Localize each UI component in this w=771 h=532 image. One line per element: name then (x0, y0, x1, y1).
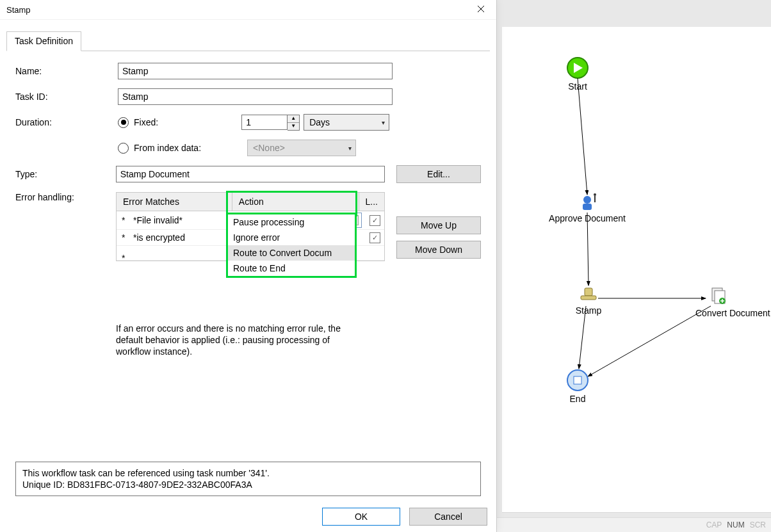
from-index-value: <None> (253, 143, 285, 153)
label-duration: Duration: (15, 117, 118, 127)
info-line-unique-id: Unique ID: BD831FBC-0713-4807-9DE2-332AB… (22, 479, 474, 490)
log-checkbox[interactable]: ✓ (369, 215, 380, 226)
dropdown-item[interactable]: Pause processing (228, 214, 355, 230)
ok-button[interactable]: OK (322, 508, 400, 526)
duration-unit-select[interactable]: Days ▾ (304, 114, 389, 131)
svg-rect-9 (581, 296, 596, 300)
svg-line-15 (588, 306, 711, 376)
status-num: NUM (727, 520, 744, 529)
radio-fixed-label: Fixed: (134, 117, 158, 127)
edit-button[interactable]: Edit... (396, 165, 481, 183)
from-index-select: <None> ▾ (247, 140, 356, 156)
close-icon (477, 5, 485, 13)
node-convert-label: Convert Document to PDF (695, 308, 771, 318)
error-match-cell[interactable]: *File invalid* (133, 215, 183, 225)
error-table[interactable]: Error Matches Action L... **File invalid… (116, 192, 385, 261)
close-button[interactable] (468, 0, 494, 18)
spinner-down-icon[interactable]: ▼ (288, 123, 299, 130)
task-id-input[interactable] (118, 88, 393, 105)
error-match-cell[interactable]: *is encrypted (133, 232, 185, 243)
status-scr: SCR (750, 520, 766, 529)
error-table-header: Error Matches Action L... (117, 193, 384, 211)
info-box: This workflow task can be referenced usi… (15, 462, 481, 496)
dropdown-item[interactable]: Route to End (228, 261, 355, 276)
duration-spinner[interactable]: ▲ ▼ (241, 115, 300, 131)
col-action[interactable]: Action (232, 193, 359, 211)
chevron-down-icon: ▾ (348, 145, 352, 152)
status-cap: CAP (706, 520, 722, 529)
info-line-task-number: This workflow task can be referenced usi… (22, 467, 474, 479)
node-stamp-label: Stamp (576, 305, 602, 316)
name-input[interactable] (118, 63, 393, 79)
tab-strip: Task Definition (6, 31, 490, 51)
cancel-button[interactable]: Cancel (409, 508, 487, 526)
tab-task-definition[interactable]: Task Definition (6, 31, 81, 51)
move-up-button[interactable]: Move Up (396, 216, 481, 234)
svg-rect-5 (594, 196, 596, 202)
label-type: Type: (15, 169, 116, 179)
col-l[interactable]: L... (359, 193, 384, 211)
svg-rect-4 (583, 204, 592, 210)
workflow-canvas[interactable]: Start Approve Document Stamp Convert Doc… (502, 0, 771, 513)
action-dropdown[interactable]: Pause processing Ignore error Route to C… (226, 213, 357, 278)
log-checkbox[interactable]: ✓ (369, 232, 380, 243)
spinner-up-icon[interactable]: ▲ (288, 115, 299, 123)
node-approve[interactable] (583, 193, 596, 210)
node-stamp[interactable] (581, 288, 596, 300)
svg-line-2 (578, 78, 587, 195)
move-down-button[interactable]: Move Down (396, 241, 481, 259)
col-error-matches[interactable]: Error Matches (117, 193, 232, 211)
type-input (116, 166, 385, 182)
chevron-down-icon: ▾ (382, 119, 385, 126)
node-end-label: End (570, 394, 586, 404)
duration-value-input[interactable] (241, 115, 288, 130)
label-task-id: Task ID: (15, 92, 118, 102)
stamp-dialog: Stamp Task Definition Name: Task ID: Dur… (0, 0, 497, 532)
dialog-titlebar[interactable]: Stamp (0, 0, 496, 20)
dropdown-item[interactable]: Route to Convert Docum (228, 245, 355, 261)
svg-line-7 (587, 213, 588, 286)
radio-from-index-label: From index data: (134, 143, 201, 153)
svg-point-3 (583, 196, 591, 204)
node-end[interactable] (567, 370, 588, 391)
label-name: Name: (15, 66, 118, 76)
svg-rect-17 (574, 376, 581, 384)
radio-from-index[interactable] (118, 143, 129, 154)
workflow-svg: Start Approve Document Stamp Convert Doc… (502, 27, 771, 512)
duration-unit-value: Days (309, 117, 330, 127)
svg-point-6 (594, 193, 596, 196)
node-convert[interactable] (712, 288, 726, 304)
radio-fixed[interactable] (118, 117, 129, 128)
label-error-handling: Error handling: (15, 192, 116, 202)
node-start-label: Start (568, 81, 587, 92)
node-start[interactable] (567, 58, 588, 78)
svg-rect-8 (585, 288, 592, 296)
error-note: If an error occurs and there is no match… (116, 323, 359, 358)
dialog-title: Stamp (6, 5, 31, 15)
dropdown-item[interactable]: Ignore error (228, 230, 355, 245)
